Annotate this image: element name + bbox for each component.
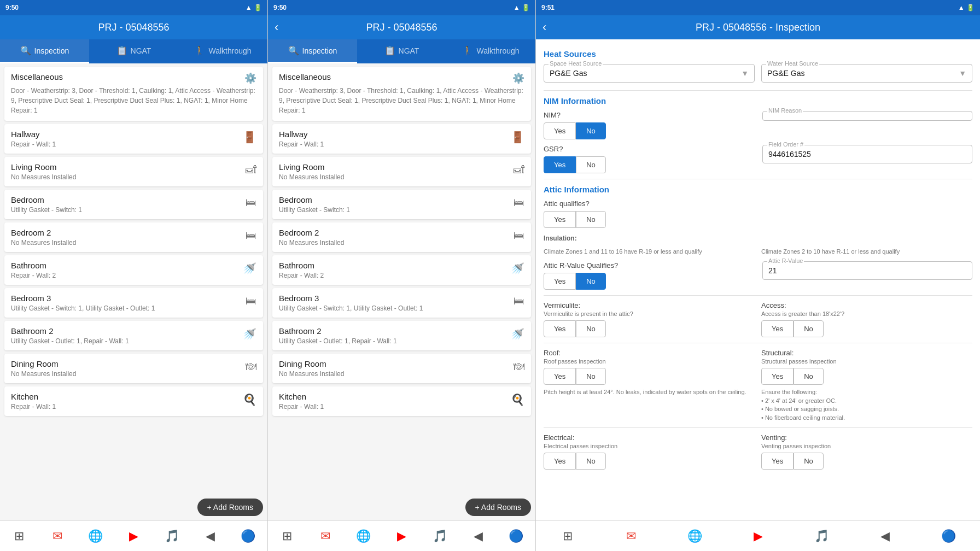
rvalue-no-button[interactable]: No (576, 273, 606, 290)
mid-nav-back-icon[interactable]: ◀ (469, 527, 487, 545)
left-bathroom2-detail: Utility Gasket - Outlet: 1, Repair - Wal… (11, 337, 238, 345)
left-nav-grid-icon[interactable]: ⊞ (10, 527, 28, 545)
divider-1 (544, 90, 972, 91)
left-kitchen-detail: Repair - Wall: 1 (11, 403, 238, 411)
water-heat-dropdown-icon[interactable]: ▼ (959, 69, 966, 78)
left-room-living-room[interactable]: Living Room No Measures Installed 🛋 (4, 157, 263, 186)
mid-tab-bar: 🔍 Inspection 📋 NGAT 🚶 Walkthrough (268, 39, 535, 63)
left-room-hallway[interactable]: Hallway Repair - Wall: 1 🚪 (4, 124, 263, 154)
attic-rvalue-field[interactable]: Attic R-Value 21 (762, 261, 972, 280)
left-nav-chrome-icon[interactable]: 🌐 (87, 527, 104, 545)
ngat-icon-mid: 📋 (384, 45, 395, 56)
access-toggle: Yes No (761, 320, 972, 337)
verm-no-button[interactable]: No (576, 320, 606, 337)
mid-room-living-room[interactable]: Living Room No Measures Installed 🛋 (272, 157, 531, 186)
structural-note: Ensure the following:• 2' x 4' at 24' or… (761, 388, 972, 422)
mid-room-bathroom2[interactable]: Bathroom 2 Utility Gasket - Outlet: 1, R… (272, 321, 531, 350)
mid-hallway-detail: Repair - Wall: 1 (279, 140, 506, 148)
right-nav-gmail-icon[interactable]: ✉ (622, 527, 640, 545)
mid-room-bedroom[interactable]: Bedroom Utility Gasket - Switch: 1 🛏 (272, 190, 531, 219)
left-nav-youtube-icon[interactable]: ▶ (125, 527, 142, 545)
mid-room-bedroom3[interactable]: Bedroom 3 Utility Gasket - Switch: 1, Ut… (272, 288, 531, 318)
left-add-rooms-bar: + Add Rooms (0, 494, 267, 520)
mid-nav-chrome-icon[interactable]: 🌐 (355, 527, 372, 545)
search-icon-mid: 🔍 (288, 45, 299, 56)
mid-nav-gmail-icon[interactable]: ✉ (317, 527, 334, 545)
right-nav-app-icon[interactable]: 🔵 (940, 527, 957, 545)
left-add-rooms-button[interactable]: + Add Rooms (197, 499, 263, 516)
left-nav-app-icon[interactable]: 🔵 (240, 527, 257, 545)
left-room-bedroom2[interactable]: Bedroom 2 No Measures Installed 🛏 (4, 222, 263, 252)
mid-misc-card[interactable]: Miscellaneous ⚙️ Door - Weatherstrip: 3,… (272, 67, 531, 121)
nim-no-button[interactable]: No (576, 122, 606, 139)
left-nav-photos-icon[interactable]: 🎵 (163, 527, 180, 545)
tab-ngat-mid[interactable]: 📋 NGAT (357, 39, 446, 63)
tab-walkthrough-left[interactable]: 🚶 Walkthrough (178, 39, 267, 63)
left-time: 9:50 (5, 4, 19, 11)
nim-yes-button[interactable]: Yes (544, 122, 576, 139)
mid-bedroom2-name: Bedroom 2 (279, 228, 509, 237)
mid-nav-app-icon[interactable]: 🔵 (508, 527, 525, 545)
tab-ngat-left[interactable]: 📋 NGAT (89, 39, 178, 63)
mid-room-dining[interactable]: Dining Room No Measures Installed 🍽 (272, 354, 531, 383)
right-nav-youtube-icon[interactable]: ▶ (749, 527, 767, 545)
left-room-bedroom3[interactable]: Bedroom 3 Utility Gasket - Switch: 1, Ut… (4, 288, 263, 318)
access-yes-button[interactable]: Yes (761, 320, 794, 337)
right-nav-chrome-icon[interactable]: 🌐 (686, 527, 703, 545)
structural-no-button[interactable]: No (794, 368, 824, 385)
right-nav-back-icon[interactable]: ◀ (876, 527, 894, 545)
left-room-dining[interactable]: Dining Room No Measures Installed 🍽 (4, 354, 263, 383)
mid-nav-grid-icon[interactable]: ⊞ (278, 527, 296, 545)
electrical-yes-button[interactable]: Yes (544, 453, 576, 470)
venting-yes-button[interactable]: Yes (761, 453, 794, 470)
gsr-no-button[interactable]: No (576, 156, 606, 173)
gsr-yes-button[interactable]: Yes (544, 156, 576, 173)
tab-inspection-mid[interactable]: 🔍 Inspection (268, 39, 357, 63)
left-room-kitchen[interactable]: Kitchen Repair - Wall: 1 🍳 (4, 386, 263, 416)
mid-room-hallway[interactable]: Hallway Repair - Wall: 1 🚪 (272, 124, 531, 154)
mid-room-kitchen[interactable]: Kitchen Repair - Wall: 1 🍳 (272, 386, 531, 416)
electrical-no-button[interactable]: No (576, 453, 606, 470)
space-heat-value: PG&E Gas (550, 69, 587, 78)
verm-yes-button[interactable]: Yes (544, 320, 576, 337)
left-room-bathroom2[interactable]: Bathroom 2 Utility Gasket - Outlet: 1, R… (4, 321, 263, 350)
access-no-button[interactable]: No (794, 320, 824, 337)
space-heat-dropdown-icon[interactable]: ▼ (741, 69, 749, 78)
nim-reason-field[interactable]: NIM Reason (762, 111, 972, 121)
attic-qualifies-no[interactable]: No (576, 211, 606, 228)
mid-time: 9:50 (273, 4, 287, 11)
mid-bedroom-icon: 🛏 (514, 196, 524, 209)
tab-walkthrough-mid[interactable]: 🚶 Walkthrough (446, 39, 535, 63)
roof-no-button[interactable]: No (576, 368, 606, 385)
left-status-icons: ▲ 🔋 (246, 4, 262, 11)
insulation-row: Climate Zones 1 and 11 to 16 have R-19 o… (544, 245, 972, 256)
attic-qualifies-yes[interactable]: Yes (544, 211, 576, 228)
field-order-field[interactable]: Field Order # 9446161525 (762, 145, 972, 163)
left-bathroom-icon: 🚿 (243, 262, 256, 275)
roof-yes-button[interactable]: Yes (544, 368, 576, 385)
left-nav-back-icon[interactable]: ◀ (201, 527, 219, 545)
mid-nav-photos-icon[interactable]: 🎵 (431, 527, 448, 545)
left-bottom-nav: ⊞ ✉ 🌐 ▶ 🎵 ◀ 🔵 (0, 520, 267, 551)
mid-back-button[interactable]: ‹ (275, 20, 278, 34)
tab-inspection-left[interactable]: 🔍 Inspection (0, 39, 89, 63)
left-room-bedroom[interactable]: Bedroom Utility Gasket - Switch: 1 🛏 (4, 190, 263, 219)
left-misc-card[interactable]: Miscellaneous ⚙️ Door - Weatherstrip: 3,… (4, 67, 263, 121)
mid-header: ‹ PRJ - 05048556 (268, 15, 535, 39)
mid-nav-youtube-icon[interactable]: ▶ (393, 527, 410, 545)
structural-yes-button[interactable]: Yes (761, 368, 794, 385)
left-hallway-name: Hallway (11, 130, 238, 139)
divider-3 (544, 295, 972, 296)
structural-toggle: Yes No (761, 368, 972, 385)
mid-room-bathroom[interactable]: Bathroom Repair - Wall: 2 🚿 (272, 255, 531, 285)
mid-add-rooms-button[interactable]: + Add Rooms (465, 499, 531, 516)
left-nav-gmail-icon[interactable]: ✉ (49, 527, 66, 545)
venting-no-button[interactable]: No (794, 453, 824, 470)
water-heat-group: Water Heat Source PG&E Gas ▼ (761, 64, 972, 83)
left-room-bathroom[interactable]: Bathroom Repair - Wall: 2 🚿 (4, 255, 263, 285)
rvalue-yes-button[interactable]: Yes (544, 273, 576, 290)
right-back-button[interactable]: ‹ (542, 20, 546, 34)
right-nav-grid-icon[interactable]: ⊞ (559, 527, 576, 545)
right-nav-photos-icon[interactable]: 🎵 (813, 527, 830, 545)
mid-room-bedroom2[interactable]: Bedroom 2 No Measures Installed 🛏 (272, 222, 531, 252)
